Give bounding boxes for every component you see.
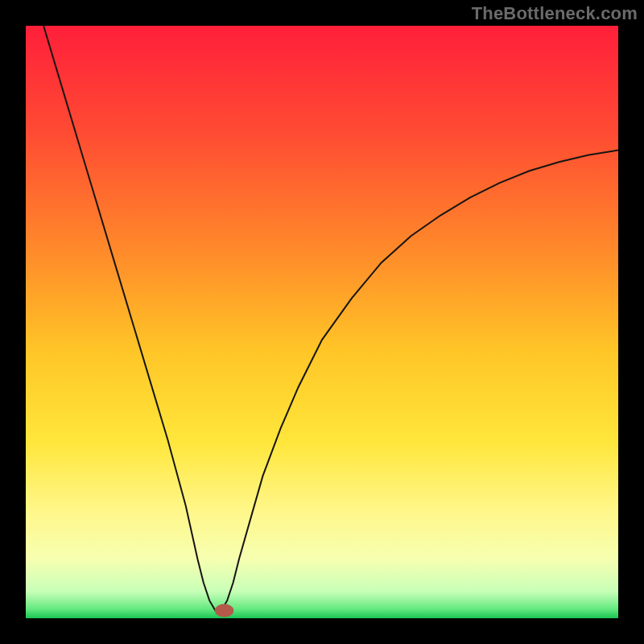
gradient-background xyxy=(26,26,618,618)
optimal-point-marker xyxy=(215,604,234,617)
chart-frame: TheBottleneck.com xyxy=(0,0,644,644)
watermark-text: TheBottleneck.com xyxy=(472,3,638,24)
plot-area xyxy=(26,26,618,618)
chart-svg xyxy=(26,26,618,618)
